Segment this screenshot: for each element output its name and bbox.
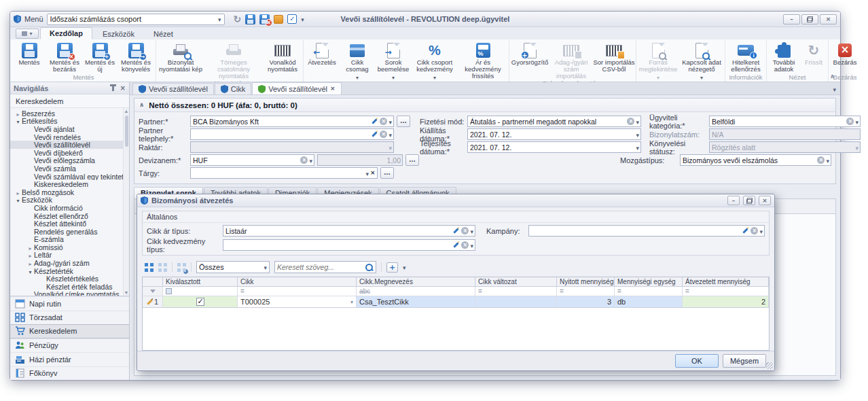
tab-close-icon[interactable] — [330, 86, 336, 92]
filter-valtozat[interactable]: = — [475, 287, 557, 296]
chevron-right-icon[interactable] — [14, 109, 22, 118]
edit-pencil-icon[interactable] — [372, 118, 378, 124]
filter-nyitott[interactable]: = — [557, 287, 615, 296]
chevron-right-icon[interactable] — [14, 188, 22, 196]
tree-scrollbar[interactable]: ▲ ▼ — [123, 108, 129, 296]
mozgastipus-input[interactable] — [683, 156, 816, 164]
ugyviteli-kategoria-input[interactable] — [712, 117, 845, 126]
tree-item-vevoi-elolegszamla[interactable]: Vevői előlegszámla — [10, 157, 123, 165]
search-input[interactable] — [277, 263, 363, 271]
package-icon[interactable] — [274, 15, 283, 24]
scroll-up-icon[interactable]: ▲ — [124, 108, 129, 114]
tree-item-keszletertek[interactable]: Készletérték — [10, 267, 123, 275]
targy-input[interactable] — [193, 169, 364, 177]
fizetesi-mod-input[interactable] — [470, 117, 626, 126]
tree-item-vevoi-szallitolevel[interactable]: Vevői szállítólevél — [10, 141, 123, 149]
teljesites-datuma-input[interactable] — [470, 143, 634, 152]
cikk-ar-tipus-input[interactable] — [225, 226, 451, 235]
minimize-button[interactable] — [783, 14, 800, 24]
cell-valtozat[interactable] — [475, 296, 557, 307]
tree-item-rendeles-generalas[interactable]: Rendelés generálás — [10, 228, 123, 236]
mentes-es-bezaras-button[interactable]: Mentés és bezárás — [46, 40, 83, 73]
sorok-beemelese-button[interactable]: →Sorok beemelése — [375, 40, 412, 88]
tree-item-beszerzes[interactable]: Beszerzés — [10, 109, 123, 118]
tree-item-keszletertekeles[interactable]: Készletértékelés — [10, 275, 123, 283]
fizetesi-mod-field[interactable] — [467, 116, 641, 127]
tree-item-eszkozok[interactable]: Eszközök — [10, 196, 123, 205]
mentes-es-konyveles-button[interactable]: Mentés és könyvelés — [117, 40, 155, 73]
chevron-down-icon[interactable] — [470, 227, 473, 235]
scroll-down-icon[interactable]: ▼ — [124, 290, 129, 296]
dialog-minimize-button[interactable] — [727, 196, 740, 205]
col-cikk-valtozat[interactable]: Cikk változat — [475, 277, 557, 286]
module-torzsadat[interactable]: Törzsadat — [10, 311, 129, 325]
frissit-button[interactable]: Frissít — [800, 40, 827, 73]
module-kereskedelem[interactable]: Kereskedelem — [10, 324, 129, 338]
partner-input[interactable] — [193, 117, 369, 126]
col-cikk-megnevezes[interactable]: Cikk.Megnevezés — [357, 277, 475, 286]
devizanem-input[interactable] — [193, 156, 299, 164]
tree-item-keszlet-attekinto[interactable]: Készlet áttekintő — [10, 220, 123, 228]
module-penzugy[interactable]: Pénzügy — [10, 338, 129, 353]
hitelkeret-ellenorzes-button[interactable]: Hitelkeret ellenőrzés — [726, 40, 765, 73]
arfolyam-ellipsis-button[interactable] — [405, 154, 419, 166]
ar-es-kedvezmeny-frissites-button[interactable]: Ár és kedvezmény frissítés — [458, 40, 508, 88]
tree-item-vevoi-dijbekero[interactable]: Vevői díjbekérő — [10, 149, 123, 157]
edit-pencil-icon[interactable] — [454, 242, 459, 247]
tree-item-e-szamla[interactable]: E-számla — [10, 236, 123, 244]
restore-button[interactable] — [801, 14, 818, 24]
task-check-icon[interactable] — [287, 14, 297, 24]
grid-settings-icon[interactable] — [177, 263, 186, 272]
chevron-right-icon[interactable] — [26, 251, 34, 260]
kampany-input[interactable] — [531, 226, 740, 235]
cikk-kedvezmeny-tipus-input[interactable] — [225, 241, 451, 249]
filter-cikk[interactable]: = — [238, 287, 357, 296]
col-mennyisegi-egyseg[interactable]: Mennyiségi egység — [615, 277, 683, 286]
tree-item-komissio[interactable]: Komissió — [10, 243, 123, 251]
adag-gyari-szam-importalas-button[interactable]: Adag-/gyári szám importálás — [549, 40, 593, 80]
partner-ellipsis-button[interactable] — [397, 116, 410, 127]
ribbon-tab-kezdolap[interactable]: Kezdőlap — [40, 27, 92, 39]
search-icon[interactable] — [365, 263, 374, 272]
cell-dropdown-icon[interactable] — [350, 299, 353, 305]
tomeges-csatolmany-nyomtatas-button[interactable]: Tömeges csatolmány nyomtatás — [204, 40, 263, 80]
chevron-down-icon[interactable] — [264, 263, 267, 271]
ok-button[interactable]: OK — [675, 354, 719, 368]
chevron-down-icon[interactable] — [636, 118, 639, 126]
tovabbi-adatok-button[interactable]: További adatok — [767, 40, 800, 73]
cell-nyitott[interactable]: 3 — [557, 296, 615, 307]
clear-icon[interactable] — [751, 227, 758, 234]
toolbar-chevron-icon[interactable] — [403, 263, 406, 271]
edit-pencil-icon[interactable] — [372, 131, 378, 137]
view-filter-combo[interactable]: Összes — [196, 261, 270, 273]
close-button[interactable] — [820, 14, 837, 24]
arfolyam-field[interactable] — [317, 154, 403, 166]
kapcsolt-adat-nezegeto-button[interactable]: Kapcsolt adat nézegető — [679, 40, 724, 81]
filter-egyseg[interactable]: = — [615, 287, 683, 296]
doc-tab-cikk[interactable]: Cikk — [215, 83, 251, 94]
mozgastipus-field[interactable] — [680, 154, 831, 166]
checkbox-checked-icon[interactable] — [196, 298, 204, 306]
chevron-down-icon[interactable] — [26, 267, 34, 275]
targy-field[interactable] — [190, 167, 378, 179]
col-cikk[interactable]: Cikk — [238, 277, 357, 286]
cancel-button[interactable]: Mégsem — [723, 354, 766, 368]
clear-icon[interactable] — [300, 156, 308, 164]
resize-grip[interactable] — [766, 362, 773, 369]
module-napi-rutin[interactable]: Napi rutin — [10, 296, 129, 311]
cell-kivalasztott[interactable] — [163, 296, 238, 307]
cell-megnevezes[interactable]: Csa_TesztCikk — [357, 296, 475, 307]
cikk-csoport-kedvezmeny-button[interactable]: Cikk csoport kedvezmény — [412, 40, 458, 88]
doc-tab-vevoi-szallitolevel-2[interactable]: Vevői szállítólevél — [252, 82, 341, 94]
chevron-right-icon[interactable] — [26, 259, 34, 267]
partner-field[interactable] — [190, 116, 394, 127]
clear-icon[interactable] — [846, 118, 854, 125]
chevron-down-icon[interactable] — [855, 118, 858, 126]
grid-data-row[interactable]: 1 T000025 Csa_TesztCikk 3 db 2 — [143, 296, 769, 308]
tree-item-leltar[interactable]: Leltár — [10, 251, 123, 260]
chevron-down-icon[interactable] — [388, 118, 392, 126]
module-hazi-penztar[interactable]: Házi pénztár — [10, 352, 129, 366]
module-fokonyv[interactable]: Főkönyv — [10, 366, 129, 381]
panel-close-icon[interactable] — [120, 85, 126, 92]
col-nyitott-mennyiseg[interactable]: Nyitott mennyiség — [557, 277, 615, 286]
